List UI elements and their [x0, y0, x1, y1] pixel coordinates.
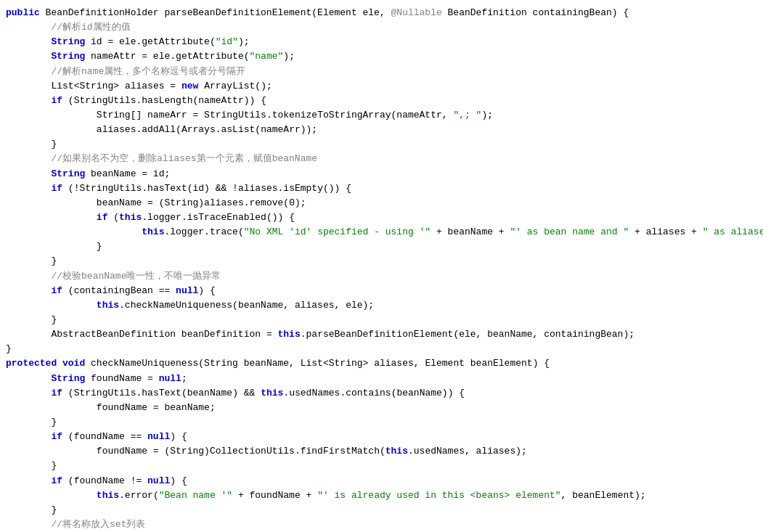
- indent: [6, 444, 97, 459]
- code-line: }: [0, 137, 763, 152]
- token: String: [97, 108, 131, 123]
- token: beanName: [97, 196, 147, 210]
- token: findFirstMatch: [301, 444, 380, 459]
- token: aliases: [204, 196, 244, 210]
- code-line: if (foundName != null) {: [0, 474, 763, 488]
- token: (: [153, 488, 159, 503]
- token: =: [153, 401, 165, 415]
- token: );: [635, 488, 646, 503]
- code-line: if (this.logger.isTraceEnabled()) {: [0, 210, 763, 225]
- token: =: [170, 79, 181, 94]
- code-line: String id = ele.getAttribute("id");: [0, 35, 763, 49]
- token: nameAttr: [91, 49, 142, 64]
- token: (: [238, 225, 244, 240]
- token: this: [142, 225, 164, 240]
- token: .: [142, 210, 147, 225]
- token: aliases: [238, 181, 278, 196]
- token: <: [74, 79, 80, 94]
- token: +: [629, 225, 645, 240]
- token: checkNameUniqueness: [125, 298, 232, 313]
- token: (: [255, 123, 261, 137]
- token: public: [6, 6, 46, 20]
- token: isEmpty: [283, 181, 323, 196]
- token: if: [51, 430, 68, 444]
- indent: [6, 196, 97, 210]
- indent: [6, 49, 51, 64]
- token: .: [136, 123, 142, 137]
- token: getAttribute: [142, 35, 210, 49]
- token: String: [51, 35, 91, 49]
- token: hasText: [142, 386, 181, 401]
- token: (: [193, 94, 199, 108]
- code-container: public BeanDefinitionHolder parseBeanDef…: [0, 0, 763, 532]
- token: ele: [153, 49, 170, 64]
- indent: [6, 181, 51, 196]
- token: this: [97, 298, 119, 313]
- token: null: [147, 474, 170, 488]
- code-line: if (foundName == null) {: [0, 430, 763, 444]
- token: ) {: [533, 356, 550, 371]
- token: null: [176, 284, 198, 298]
- token: ) {: [612, 6, 629, 20]
- token: ele,: [363, 6, 391, 20]
- token: (: [311, 6, 317, 20]
- code-line: String foundName = null;: [0, 372, 763, 386]
- token: beanName: [187, 386, 232, 401]
- code-line: }: [0, 254, 763, 269]
- token: beanName, aliases, ele: [238, 298, 363, 313]
- token: !=: [131, 474, 147, 488]
- token: parseBeanDefinitionElement: [306, 327, 454, 342]
- token: error: [125, 488, 153, 503]
- token: tokenizeToStringArray: [272, 108, 391, 123]
- token: List: [301, 356, 323, 371]
- token: }: [51, 254, 57, 269]
- token: getAttribute: [176, 49, 244, 64]
- token: null: [147, 430, 170, 444]
- token: aliases: [97, 123, 136, 137]
- indent: [6, 79, 51, 94]
- indent: [6, 65, 51, 79]
- code-line: this.error("Bean name '" + foundName + "…: [0, 488, 763, 503]
- token: }: [6, 342, 12, 356]
- token: logger: [147, 210, 181, 225]
- token: ): [204, 444, 210, 459]
- token: usedNames, aliases: [414, 444, 515, 459]
- token: //将名称放入set列表: [51, 517, 145, 532]
- token: = (: [153, 444, 170, 459]
- code-line: //解析name属性，多个名称逗号或者分号隔开: [0, 65, 763, 79]
- token: (: [113, 210, 119, 225]
- token: ==: [131, 430, 147, 444]
- token: " as aliases": [703, 225, 763, 240]
- token: StringUtils: [74, 94, 136, 108]
- indent: [6, 108, 97, 123]
- indent: [6, 298, 97, 313]
- token: "id": [216, 35, 238, 49]
- code-line: if (StringUtils.hasLength(nameAttr)) {: [0, 94, 763, 108]
- token: (: [181, 386, 187, 401]
- token: =: [142, 49, 153, 64]
- token: .: [119, 298, 125, 313]
- code-lines: public BeanDefinitionHolder parseBeanDef…: [0, 6, 763, 532]
- indent: [6, 240, 97, 254]
- token: StringUtils: [74, 386, 136, 401]
- token: ) &&: [232, 386, 261, 401]
- indent: [6, 488, 97, 503]
- token: if: [51, 386, 68, 401]
- token: this: [97, 488, 119, 503]
- code-line: }: [0, 240, 763, 254]
- token: beanName: [448, 225, 493, 240]
- token: ) {: [170, 430, 187, 444]
- token: if: [97, 210, 113, 225]
- token: StringUtils: [204, 108, 266, 123]
- token: ",; ": [453, 108, 481, 123]
- indent: [6, 327, 51, 342]
- token: +: [301, 488, 317, 503]
- token: <: [323, 356, 329, 371]
- code-line: protected void checkNameUniqueness(Strin…: [0, 356, 763, 371]
- token: hasText: [147, 181, 187, 196]
- token: beanElement: [572, 488, 635, 503]
- code-line: //将名称放入set列表: [0, 517, 763, 532]
- token: ): [198, 196, 204, 210]
- token: //校验beanName唯一性，不唯一抛异常: [51, 269, 221, 284]
- token: >: [363, 356, 375, 371]
